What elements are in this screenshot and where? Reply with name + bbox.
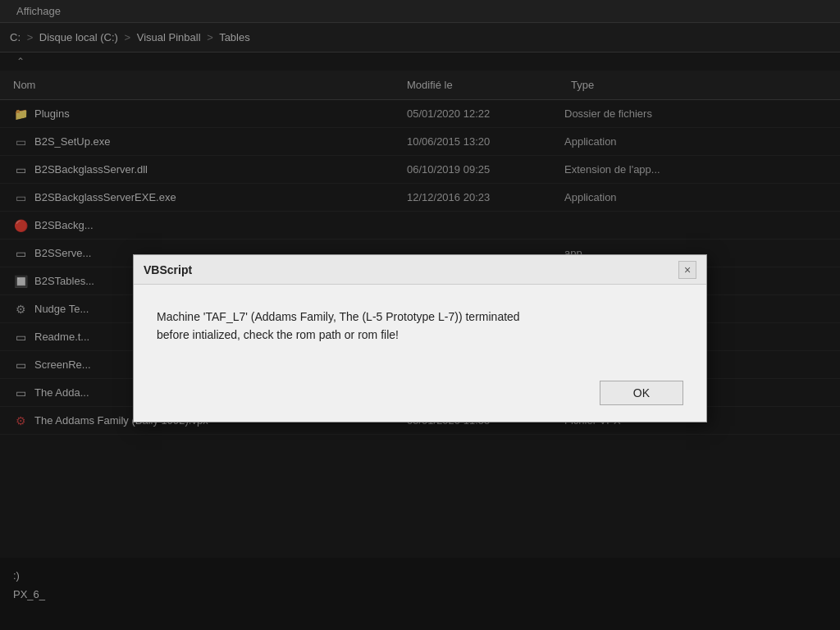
dialog-message-line1: Machine 'TAF_L7' (Addams Family, The (L-… bbox=[157, 310, 520, 323]
dialog-close-button[interactable]: × bbox=[678, 261, 696, 279]
taskbar-line2: PX_6_ bbox=[13, 585, 827, 604]
dialog-message-line2: before intialized, check the rom path or… bbox=[157, 328, 399, 341]
dialog-titlebar: VBScript × bbox=[134, 255, 706, 285]
vbscript-dialog: VBScript × Machine 'TAF_L7' (Addams Fami… bbox=[133, 254, 707, 422]
ok-button[interactable]: OK bbox=[600, 381, 683, 405]
dialog-message: Machine 'TAF_L7' (Addams Family, The (L-… bbox=[157, 308, 683, 345]
dialog-title: VBScript bbox=[144, 263, 192, 276]
dialog-footer: OK bbox=[134, 381, 706, 422]
taskbar-line1: :) bbox=[13, 566, 827, 585]
dialog-content: Machine 'TAF_L7' (Addams Family, The (L-… bbox=[134, 285, 706, 381]
dialog-overlay: VBScript × Machine 'TAF_L7' (Addams Fami… bbox=[0, 0, 840, 630]
taskbar: :) PX_6_ bbox=[0, 558, 840, 630]
